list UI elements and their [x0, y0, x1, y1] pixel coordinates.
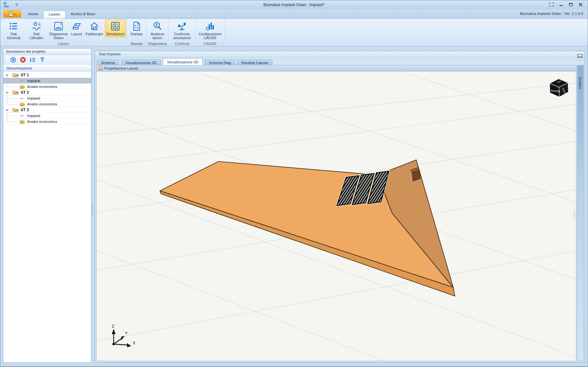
- ribbon-group-label: CACER: [195, 42, 225, 46]
- tree-item-st3[interactable]: ST 3: [3, 107, 91, 113]
- tree-item-impianti[interactable]: Impianti: [3, 78, 91, 84]
- ribbon-group-label: Confronti: [169, 42, 195, 46]
- grafica-side-tab[interactable]: Grafica: [577, 65, 584, 361]
- simulations-tree: ST 1 Impianti: [3, 72, 91, 362]
- application-window: Blumatica Impianti Solari - Impianti*: [0, 0, 588, 367]
- window-bottom-frame: [0, 366, 588, 367]
- ribbon-button-configurazioni-cacer[interactable]: Configurazioni CACER: [196, 20, 224, 41]
- tree-item-impianti[interactable]: Impianti: [3, 95, 91, 101]
- ribbon-group-label: Stampa: [127, 42, 146, 46]
- ribbon-button-dati-generali[interactable]: Dati Generali: [3, 20, 25, 41]
- project-simulations-panel: Simulazioni del progetto Denominazione: [3, 48, 91, 363]
- move-top-icon-button[interactable]: [39, 57, 46, 63]
- tree-group: ST 3 Impianti: [3, 107, 91, 124]
- tab-home[interactable]: Home: [23, 11, 43, 18]
- tree-group: ST 2 Impianti: [3, 90, 91, 107]
- sidebar-toolbar: [3, 55, 91, 65]
- dimension-tool-button[interactable]: [576, 51, 584, 60]
- chevron-down-icon[interactable]: [5, 73, 9, 77]
- ribbon-button-label: Stampa: [130, 32, 142, 36]
- chevron-down-icon[interactable]: [5, 91, 9, 94]
- app-logo-icon: [3, 1, 10, 8]
- tree-item-analisi-economica[interactable]: Analisi economica: [3, 119, 91, 124]
- tab-visualizzazione-3d[interactable]: Visualizzazione 3D: [163, 58, 203, 65]
- axis-x-label: X: [132, 340, 135, 345]
- ribbon-button-simulazioni[interactable]: Simulazioni: [105, 20, 126, 37]
- ribbon-group-diagnostica: Analizza lavoro Diagnostica: [146, 19, 169, 46]
- viewport-3d[interactable]: FRONT TOP RIGHT: [97, 72, 576, 361]
- ribbon-button-label: Fabbisogni: [86, 32, 103, 36]
- dash-icon: [19, 96, 25, 101]
- main-panel-title: Dati Impianto: [95, 51, 585, 58]
- tree-item-label: Impianti: [27, 79, 40, 83]
- ribbon-button-fabbisogni[interactable]: Fabbisogni: [84, 20, 104, 37]
- minimize-button[interactable]: [559, 2, 564, 7]
- tab-content-3d: Progettazione Layout: [96, 65, 576, 361]
- tree-group: ST 1 Impianti: [3, 72, 91, 90]
- add-button[interactable]: [10, 57, 16, 63]
- tree-item-analisi-economica[interactable]: Analisi economica: [3, 84, 91, 90]
- ribbon-tabs: Home Lavoro Archivi di Base: [23, 11, 100, 18]
- ribbon-button-label: Confronta simulazioni: [171, 32, 193, 40]
- ribbon-button-confronta-simulazioni[interactable]: Confronta simulazioni: [170, 20, 194, 41]
- ribbon-group-lavoro: Dati Generali Dati Climatici Dia: [0, 19, 127, 46]
- coins-icon: [19, 84, 25, 89]
- layout-icon: [71, 21, 82, 31]
- toolbar-grip[interactable]: [5, 57, 6, 63]
- tree-item-st2[interactable]: ST 2: [3, 90, 91, 95]
- ribbon-group-cacer: Configurazioni CACER CACER: [195, 19, 225, 46]
- diagramma-solare-icon: [53, 21, 64, 31]
- nav-cube-front-label: FRONT: [551, 89, 560, 93]
- close-button[interactable]: [578, 2, 583, 7]
- layout-toolbar: Progettazione Layout: [97, 65, 576, 71]
- axis-z-label: Z: [112, 324, 114, 329]
- ribbon-button-stampa[interactable]: Stampa: [128, 20, 145, 37]
- grafica-splitter-handle[interactable]: [574, 210, 575, 219]
- application-menu-button[interactable]: [4, 10, 21, 17]
- ribbon-button-label: Layout: [71, 32, 82, 36]
- dati-impianto-panel: Dati Impianto Schema Visualizzazione 2D …: [95, 51, 585, 363]
- ribbon-button-analizza-lavoro[interactable]: Analizza lavoro: [147, 20, 167, 41]
- chevron-down-icon[interactable]: [5, 108, 9, 112]
- title-bar: Blumatica Impianti Solari - Impianti*: [0, 0, 588, 9]
- ribbon-button-dati-climatici[interactable]: Dati Climatici: [26, 20, 48, 41]
- sidebar-splitter-handle[interactable]: [92, 204, 93, 215]
- ribbon-button-label: Dati Generali: [4, 32, 24, 40]
- ribbon-button-label: Analizza lavoro: [149, 32, 166, 40]
- ribbon-group-stampa: Stampa Stampa: [127, 19, 146, 46]
- tab-lavoro[interactable]: Lavoro: [43, 11, 66, 18]
- tree-item-analisi-economica[interactable]: Analisi economica: [3, 101, 91, 107]
- window-title: Blumatica Impianti Solari - Impianti*: [0, 3, 588, 7]
- simulation-folder-icon: [12, 72, 19, 77]
- simulation-folder-icon: [12, 107, 19, 112]
- quick-access-chevron-icon[interactable]: [15, 3, 19, 7]
- fabbisogni-icon: [89, 21, 100, 31]
- restore-button[interactable]: [568, 2, 573, 7]
- ribbon-button-label: Configurazioni CACER: [198, 32, 222, 40]
- ribbon-group-label: Lavoro: [0, 42, 127, 46]
- tree-item-st1[interactable]: ST 1: [3, 72, 91, 78]
- tree-item-impianti[interactable]: Impianti: [3, 113, 91, 119]
- configurazioni-cacer-icon: [205, 21, 215, 31]
- window-controls: [549, 2, 583, 7]
- ribbon-button-diagramma-solare[interactable]: Diagramma Solare: [48, 20, 69, 41]
- tab-archivi-di-base[interactable]: Archivi di Base: [66, 11, 100, 18]
- move-down-icon-button[interactable]: [29, 57, 36, 63]
- sidebar-panel-title: Simulazioni del progetto: [3, 49, 91, 55]
- tree-column-header[interactable]: Denominazione: [3, 65, 91, 71]
- tree-item-label: Impianti: [27, 96, 40, 100]
- ribbon-button-layout[interactable]: Layout: [69, 20, 84, 37]
- dimension-icon: [577, 53, 583, 59]
- layout-toolbar-title: Progettazione Layout: [104, 66, 138, 70]
- tree-item-label: Impianti: [27, 114, 40, 118]
- ribbon-button-label: Diagramma Solare: [49, 32, 68, 40]
- simulazioni-icon: [110, 21, 121, 31]
- ribbon-button-label: Simulazioni: [106, 32, 124, 36]
- ribbon-group-label: Diagnostica: [146, 42, 169, 46]
- tree-item-label: ST 1: [21, 73, 29, 77]
- scene-3d: FRONT TOP RIGHT: [97, 72, 576, 361]
- fullscreen-button[interactable]: [549, 2, 554, 7]
- ribbon-button-label: Dati Climatici: [27, 32, 47, 40]
- stampa-icon: [131, 21, 142, 31]
- delete-button[interactable]: [20, 57, 26, 63]
